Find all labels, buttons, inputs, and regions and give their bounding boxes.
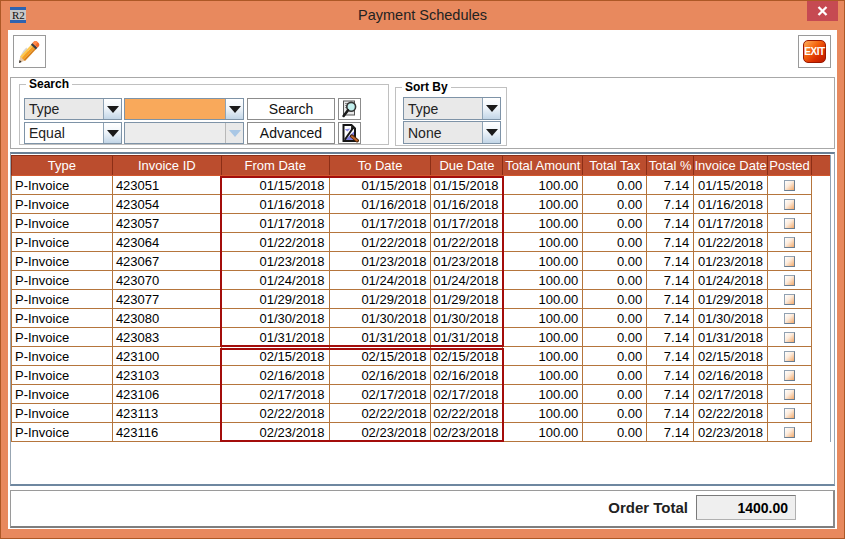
svg-text:R2: R2 bbox=[12, 9, 25, 21]
